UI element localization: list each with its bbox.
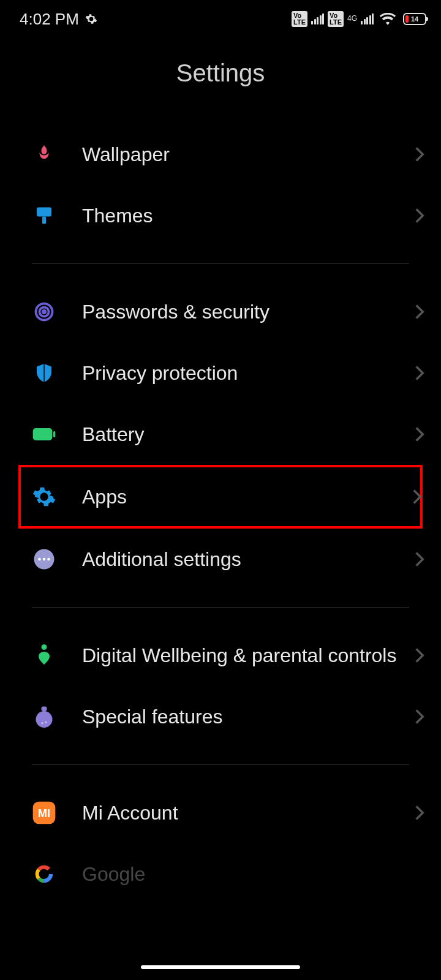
signal-icon-1 bbox=[311, 13, 324, 24]
svg-rect-0 bbox=[37, 208, 51, 217]
svg-rect-13 bbox=[42, 707, 47, 712]
mi-icon: MI bbox=[32, 801, 56, 825]
chevron-right-icon bbox=[414, 647, 425, 664]
item-label: Battery bbox=[82, 422, 414, 447]
divider bbox=[32, 607, 409, 608]
status-time: 4:02 PM bbox=[20, 10, 79, 29]
battery-icon: 14 bbox=[403, 13, 426, 25]
svg-point-9 bbox=[38, 558, 41, 561]
status-bar: 4:02 PM VoLTE VoLTE 4G 14 bbox=[0, 0, 441, 38]
chevron-right-icon bbox=[414, 804, 425, 821]
signal-group-2: 4G bbox=[347, 15, 357, 23]
item-label: Themes bbox=[82, 203, 414, 228]
svg-point-16 bbox=[45, 722, 47, 723]
svg-point-7 bbox=[41, 494, 47, 500]
settings-item-digital-wellbeing[interactable]: Digital Wellbeing & parental controls bbox=[0, 625, 441, 686]
item-label: Digital Wellbeing & parental controls bbox=[82, 643, 414, 668]
wifi-icon bbox=[380, 13, 396, 25]
item-label: Mi Account bbox=[82, 801, 414, 825]
svg-rect-5 bbox=[33, 428, 53, 440]
gear-icon bbox=[32, 484, 56, 509]
settings-item-apps[interactable]: Apps bbox=[18, 465, 423, 529]
settings-item-themes[interactable]: Themes bbox=[0, 185, 441, 246]
settings-item-battery[interactable]: Battery bbox=[0, 404, 441, 465]
chevron-right-icon bbox=[412, 488, 423, 505]
chevron-right-icon bbox=[414, 426, 425, 443]
flask-icon bbox=[32, 704, 56, 729]
fingerprint-icon bbox=[32, 300, 56, 324]
chevron-right-icon bbox=[414, 146, 425, 163]
settings-item-privacy-protection[interactable]: Privacy protection bbox=[0, 342, 441, 404]
svg-rect-6 bbox=[53, 431, 55, 437]
settings-item-google[interactable]: Google bbox=[0, 843, 441, 886]
settings-item-special-features[interactable]: Special features bbox=[0, 686, 441, 747]
settings-item-passwords-security[interactable]: Passwords & security bbox=[0, 281, 441, 342]
item-label: Apps bbox=[82, 484, 412, 509]
battery-icon bbox=[32, 422, 56, 447]
volte-badge-2: VoLTE bbox=[328, 11, 344, 27]
dots-icon bbox=[32, 547, 56, 571]
network-4g-label: 4G bbox=[347, 15, 357, 22]
settings-item-wallpaper[interactable]: Wallpaper bbox=[0, 124, 441, 185]
svg-text:MI: MI bbox=[38, 807, 50, 820]
item-label: Passwords & security bbox=[82, 300, 414, 324]
chevron-right-icon bbox=[414, 303, 425, 320]
svg-point-11 bbox=[47, 558, 50, 561]
svg-point-12 bbox=[42, 644, 47, 650]
heart-person-icon bbox=[32, 643, 56, 668]
settings-item-mi-account[interactable]: MI Mi Account bbox=[0, 782, 441, 843]
item-label: Privacy protection bbox=[82, 361, 414, 385]
battery-level: 14 bbox=[411, 15, 418, 23]
divider bbox=[32, 764, 409, 765]
google-icon bbox=[32, 862, 56, 886]
divider bbox=[32, 263, 409, 264]
status-left: 4:02 PM bbox=[20, 10, 97, 29]
item-label: Special features bbox=[82, 704, 414, 729]
navigation-handle[interactable] bbox=[141, 965, 300, 969]
brush-icon bbox=[32, 203, 56, 228]
volte-badge-1: VoLTE bbox=[292, 11, 307, 27]
shield-icon bbox=[32, 361, 56, 385]
item-label: Additional settings bbox=[82, 547, 414, 571]
chevron-right-icon bbox=[414, 551, 425, 568]
settings-indicator-icon bbox=[85, 13, 97, 25]
chevron-right-icon bbox=[414, 364, 425, 382]
tulip-icon bbox=[32, 142, 56, 167]
svg-rect-1 bbox=[42, 217, 46, 224]
item-label: Google bbox=[82, 862, 425, 886]
status-right: VoLTE VoLTE 4G 14 bbox=[292, 11, 426, 27]
settings-list: Wallpaper Themes Passwords & security Pr… bbox=[0, 124, 441, 886]
chevron-right-icon bbox=[414, 207, 425, 224]
svg-point-14 bbox=[36, 711, 53, 728]
svg-point-15 bbox=[42, 722, 43, 724]
signal-icon-2 bbox=[361, 13, 374, 24]
item-label: Wallpaper bbox=[82, 142, 414, 167]
chevron-right-icon bbox=[414, 708, 425, 725]
svg-point-10 bbox=[43, 558, 46, 561]
page-title: Settings bbox=[0, 59, 441, 87]
settings-item-additional-settings[interactable]: Additional settings bbox=[0, 529, 441, 590]
svg-point-4 bbox=[43, 311, 46, 314]
